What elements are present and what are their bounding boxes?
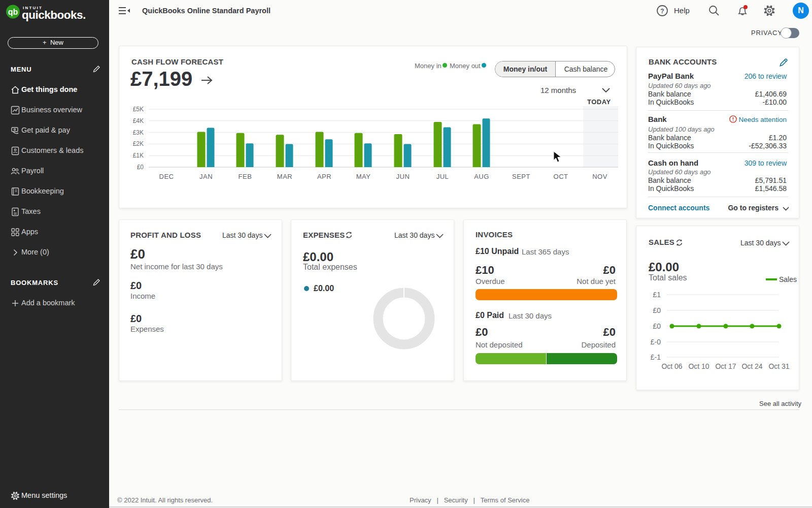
svg-text:£-0: £-0	[651, 338, 661, 346]
svg-text:£1: £1	[653, 291, 661, 299]
svg-text:JAN: JAN	[199, 173, 213, 180]
svg-text:NOV: NOV	[592, 173, 607, 180]
svg-text:£4K: £4K	[133, 117, 144, 124]
svg-text:qb: qb	[8, 8, 18, 16]
svg-text:Oct 17: Oct 17	[715, 362, 736, 370]
svg-text:£2K: £2K	[133, 140, 144, 147]
svg-text:SEPT: SEPT	[512, 173, 530, 180]
svg-text:quickbooks.: quickbooks.	[22, 9, 86, 21]
svg-text:APR: APR	[317, 173, 331, 180]
svg-text:MAR: MAR	[277, 173, 292, 180]
svg-text:£-1: £-1	[651, 353, 661, 361]
svg-text:FEB: FEB	[239, 173, 252, 180]
svg-text:Oct 31: Oct 31	[768, 362, 789, 370]
svg-text:£1K: £1K	[133, 152, 144, 159]
svg-text:£5K: £5K	[133, 106, 144, 113]
svg-text:DEC: DEC	[159, 173, 174, 180]
svg-text:£0: £0	[653, 306, 661, 314]
svg-text:£0: £0	[137, 164, 144, 171]
svg-text:AUG: AUG	[474, 173, 489, 180]
svg-text:JUL: JUL	[436, 173, 449, 180]
svg-text:MAY: MAY	[356, 173, 371, 180]
svg-text:Oct 10: Oct 10	[688, 362, 709, 370]
svg-text:Oct 24: Oct 24	[741, 362, 762, 370]
svg-text:JUN: JUN	[396, 173, 410, 180]
svg-text:Oct 06: Oct 06	[661, 362, 682, 370]
svg-text:OCT: OCT	[554, 173, 568, 180]
svg-text:£0: £0	[653, 322, 661, 330]
svg-text:?: ?	[660, 8, 664, 15]
svg-text:£3K: £3K	[133, 129, 144, 136]
